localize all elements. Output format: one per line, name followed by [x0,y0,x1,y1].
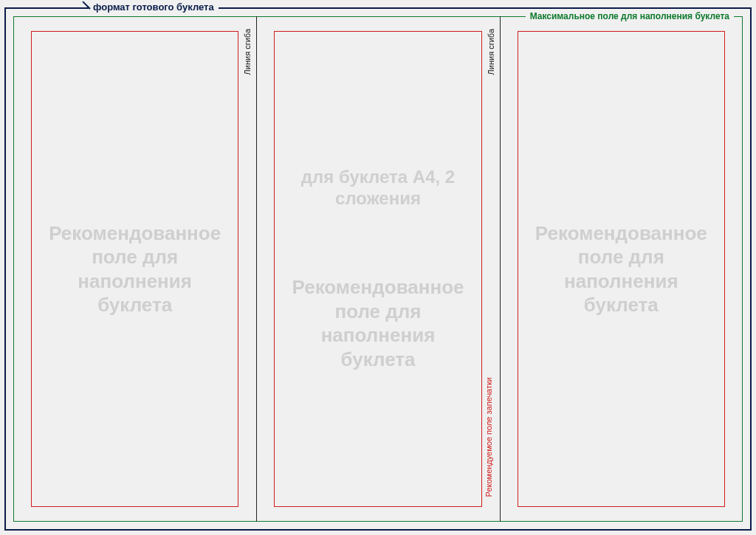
format-border-label: формат готового буклета [89,1,219,13]
panel-1: Рекомендованное поле для наполнения букл… [13,16,256,522]
content-box-1: Рекомендованное поле для наполнения букл… [31,31,238,507]
panels-container: Рекомендованное поле для наполнения букл… [13,16,743,522]
panel-1-watermark: Рекомендованное поле для наполнения букл… [39,221,230,317]
panel-3-watermark: Рекомендованное поле для наполнения букл… [526,221,717,317]
panel-2: для буклета А4, 2 сложения Рекомендованн… [256,16,499,522]
print-area-label: Рекомендуемое поле запечатки [484,377,493,497]
panel-2-watermark: Рекомендованное поле для наполнения букл… [282,275,473,371]
panel-2-subtitle: для буклета А4, 2 сложения [282,167,473,210]
fold-line-1 [256,16,257,522]
corner-tick-icon [80,3,90,13]
fold-line-label-1: Линия сгиба [243,27,252,77]
content-box-2: для буклета А4, 2 сложения Рекомендованн… [274,31,481,507]
fill-border-label: Максимальное поле для наполнения буклета [526,11,734,21]
panel-3: Рекомендованное поле для наполнения букл… [500,16,743,522]
fold-line-2 [500,16,501,522]
fold-line-label-2: Линия сгиба [487,27,495,77]
content-box-3: Рекомендованное поле для наполнения букл… [518,31,725,507]
